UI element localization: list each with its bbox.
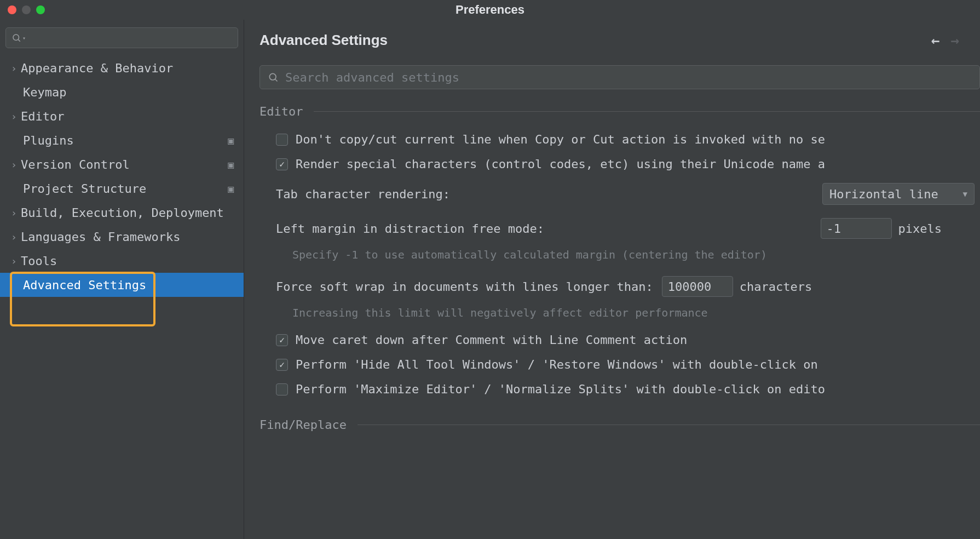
nav-build-execution-deployment[interactable]: ›Build, Execution, Deployment <box>0 200 244 225</box>
minimize-window-button[interactable] <box>22 5 31 14</box>
nav-version-control[interactable]: ›Version Control▣ <box>0 152 244 176</box>
checkbox[interactable] <box>276 383 288 395</box>
search-icon <box>11 33 21 43</box>
left-margin-help: Specify -1 to use automatically calculat… <box>260 245 796 270</box>
maximize-window-button[interactable] <box>36 5 45 14</box>
tab-rendering-select[interactable]: Horizontal line ▼ <box>822 183 975 205</box>
chevron-down-icon: ▼ <box>963 190 967 198</box>
chevron-right-icon: › <box>11 111 21 122</box>
svg-point-0 <box>13 35 19 41</box>
project-scope-icon: ▣ <box>228 159 234 170</box>
sidebar-search-input[interactable]: ▾ <box>5 27 238 48</box>
soft-wrap-input[interactable]: 100000 <box>662 276 733 297</box>
unit-label: characters <box>740 280 812 294</box>
option-move-caret[interactable]: Move caret down after Comment with Line … <box>260 328 980 352</box>
project-scope-icon: ▣ <box>228 183 234 194</box>
field-tab-rendering: Tab character rendering: Horizontal line… <box>260 176 980 211</box>
title-bar: Preferences <box>0 0 980 20</box>
svg-line-1 <box>18 39 20 41</box>
option-dont-copy-cut[interactable]: Don't copy/cut current line when Copy or… <box>260 127 980 152</box>
main-panel: Advanced Settings ← → Editor Don't copy/… <box>244 20 980 539</box>
svg-line-3 <box>275 79 278 82</box>
window-controls <box>0 5 45 14</box>
nav-forward-button: → <box>950 32 959 49</box>
nav-back-button[interactable]: ← <box>931 32 940 49</box>
nav-appearance-behavior[interactable]: ›Appearance & Behavior <box>0 56 244 80</box>
page-title: Advanced Settings <box>260 32 388 49</box>
nav-plugins[interactable]: Plugins▣ <box>0 128 244 152</box>
section-editor: Editor <box>260 105 980 118</box>
unit-label: pixels <box>898 222 942 236</box>
option-render-special-chars[interactable]: Render special characters (control codes… <box>260 152 980 176</box>
section-find-replace: Find/Replace <box>260 418 980 432</box>
close-window-button[interactable] <box>8 5 16 14</box>
option-hide-tool-windows[interactable]: Perform 'Hide All Tool Windows' / 'Resto… <box>260 352 980 377</box>
nav-advanced-settings[interactable]: Advanced Settings <box>0 273 244 297</box>
checkbox[interactable] <box>276 359 288 371</box>
project-scope-icon: ▣ <box>228 135 234 146</box>
checkbox[interactable] <box>276 158 288 170</box>
soft-wrap-help: Increasing this limit will negatively af… <box>260 303 796 328</box>
advanced-search-field[interactable] <box>285 71 972 84</box>
chevron-right-icon: › <box>11 159 21 170</box>
nav-languages-frameworks[interactable]: ›Languages & Frameworks <box>0 225 244 249</box>
chevron-right-icon: › <box>11 207 21 219</box>
nav-tools[interactable]: ›Tools <box>0 249 244 273</box>
svg-point-2 <box>269 73 276 80</box>
search-icon <box>268 72 279 83</box>
checkbox[interactable] <box>276 134 288 146</box>
window-title: Preferences <box>456 3 524 17</box>
nav-keymap[interactable]: Keymap <box>0 80 244 104</box>
chevron-right-icon: › <box>11 255 21 267</box>
checkbox[interactable] <box>276 334 288 346</box>
chevron-right-icon: › <box>11 231 21 243</box>
field-soft-wrap: Force soft wrap in documents with lines … <box>260 270 980 303</box>
field-left-margin: Left margin in distraction free mode: -1… <box>260 211 980 245</box>
left-margin-input[interactable]: -1 <box>821 218 892 239</box>
chevron-right-icon: › <box>11 62 21 74</box>
option-maximize-editor[interactable]: Perform 'Maximize Editor' / 'Normalize S… <box>260 377 980 402</box>
nav-editor[interactable]: ›Editor <box>0 104 244 128</box>
breadcrumb-nav: ← → <box>931 32 965 49</box>
sidebar: ▾ ›Appearance & Behavior Keymap ›Editor … <box>0 20 244 539</box>
advanced-search-input[interactable] <box>260 65 980 89</box>
nav-project-structure[interactable]: Project Structure▣ <box>0 176 244 200</box>
settings-nav: ›Appearance & Behavior Keymap ›Editor Pl… <box>0 53 244 297</box>
chevron-down-icon: ▾ <box>22 35 26 41</box>
